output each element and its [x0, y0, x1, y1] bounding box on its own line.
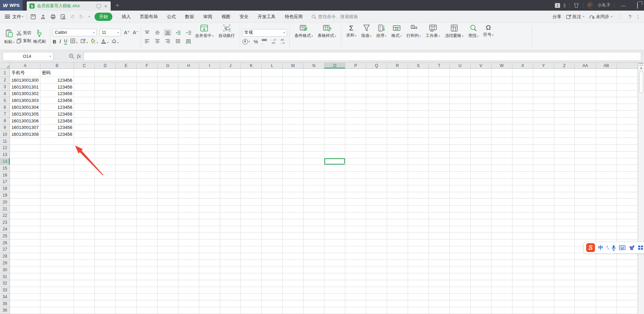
cell[interactable]	[408, 199, 429, 206]
column-header-O[interactable]: O	[324, 63, 345, 69]
cell[interactable]	[408, 69, 429, 77]
cell[interactable]	[304, 104, 324, 111]
column-header-T[interactable]: T	[429, 63, 450, 69]
cell[interactable]	[262, 219, 283, 226]
cell[interactable]	[450, 125, 471, 131]
cell[interactable]	[387, 273, 408, 280]
cell[interactable]	[137, 118, 158, 125]
cell[interactable]	[10, 158, 40, 165]
cell[interactable]	[116, 219, 137, 226]
cell[interactable]	[429, 152, 450, 158]
cell[interactable]	[512, 199, 533, 206]
insert-function-button[interactable]: fx	[77, 53, 81, 59]
cell[interactable]	[304, 172, 324, 179]
cell[interactable]	[492, 199, 512, 206]
cell[interactable]	[554, 233, 575, 239]
cell[interactable]	[387, 280, 408, 287]
ime-keyboard-icon[interactable]	[619, 245, 626, 250]
cell[interactable]	[40, 233, 74, 239]
cell[interactable]	[596, 287, 617, 294]
cell[interactable]	[199, 172, 220, 179]
cell[interactable]	[283, 219, 304, 226]
cell[interactable]	[324, 91, 345, 97]
cell[interactable]	[387, 287, 408, 294]
cell[interactable]	[74, 131, 95, 138]
format-painter-button[interactable]: 格式刷	[31, 29, 48, 45]
symbol-button[interactable]: Ω 符号▾	[481, 24, 496, 49]
cell[interactable]	[596, 152, 617, 158]
cell[interactable]	[387, 91, 408, 97]
cell[interactable]	[74, 266, 95, 273]
row-header-29[interactable]: 29	[0, 260, 10, 267]
menu-tab-dev-tools[interactable]: 开发工具	[258, 14, 275, 20]
cell[interactable]	[596, 111, 617, 118]
cell[interactable]	[220, 212, 241, 219]
cell[interactable]	[74, 307, 95, 314]
cell[interactable]	[283, 138, 304, 145]
cell[interactable]	[241, 138, 262, 145]
cell[interactable]	[74, 97, 95, 104]
cell[interactable]	[554, 273, 575, 280]
cell[interactable]	[178, 104, 199, 111]
cell[interactable]	[116, 77, 137, 84]
cell[interactable]	[10, 138, 40, 145]
cell[interactable]	[158, 152, 178, 158]
cell[interactable]	[533, 239, 554, 246]
cell[interactable]	[262, 91, 283, 97]
cell[interactable]	[178, 97, 199, 104]
cell[interactable]	[533, 226, 554, 233]
cell[interactable]	[512, 104, 533, 111]
share-button[interactable]: 分享	[553, 14, 561, 20]
cell[interactable]	[262, 179, 283, 185]
cell[interactable]	[324, 97, 345, 104]
cell[interactable]	[408, 158, 429, 165]
cell[interactable]	[387, 165, 408, 172]
cell[interactable]	[617, 165, 638, 172]
cell[interactable]	[10, 294, 40, 301]
cell[interactable]	[178, 118, 199, 125]
cell[interactable]	[262, 125, 283, 131]
cell[interactable]	[554, 199, 575, 206]
cell[interactable]	[40, 152, 74, 158]
column-header-clipped[interactable]	[617, 63, 638, 69]
cell[interactable]	[40, 300, 74, 307]
cell[interactable]	[178, 185, 199, 192]
minimize-button[interactable]: —	[618, 3, 629, 8]
cell[interactable]	[178, 192, 199, 199]
cell[interactable]	[324, 179, 345, 185]
cell[interactable]	[74, 111, 95, 118]
cell[interactable]	[283, 165, 304, 172]
cell[interactable]	[95, 158, 116, 165]
row-header-21[interactable]: 21	[0, 206, 10, 212]
cell[interactable]	[220, 266, 241, 273]
cell[interactable]	[199, 206, 220, 212]
cell[interactable]	[429, 179, 450, 185]
cell[interactable]	[74, 300, 95, 307]
decrease-indent-button[interactable]	[174, 29, 182, 36]
cell[interactable]	[450, 273, 471, 280]
fill-handle[interactable]	[344, 163, 345, 165]
cell[interactable]	[262, 84, 283, 91]
cell[interactable]	[283, 185, 304, 192]
cell[interactable]	[40, 145, 74, 152]
cell[interactable]	[533, 152, 554, 158]
cell[interactable]	[617, 111, 638, 118]
cell[interactable]	[304, 273, 324, 280]
cell[interactable]	[324, 152, 345, 158]
cell[interactable]	[366, 266, 387, 273]
cell[interactable]	[40, 226, 74, 233]
row-header-36[interactable]: 36	[0, 307, 10, 314]
cell[interactable]	[158, 172, 178, 179]
cell[interactable]	[617, 253, 638, 260]
cell[interactable]	[324, 294, 345, 301]
cell[interactable]	[366, 246, 387, 253]
cell[interactable]	[95, 266, 116, 273]
row-header-34[interactable]: 34	[0, 294, 10, 301]
cell[interactable]	[554, 260, 575, 267]
cell[interactable]	[283, 294, 304, 301]
cell[interactable]	[178, 212, 199, 219]
row-header-30[interactable]: 30	[0, 266, 10, 273]
conditional-format-button[interactable]: 条件格式▾	[292, 24, 315, 49]
cell[interactable]	[533, 246, 554, 253]
cell[interactable]	[116, 118, 137, 125]
